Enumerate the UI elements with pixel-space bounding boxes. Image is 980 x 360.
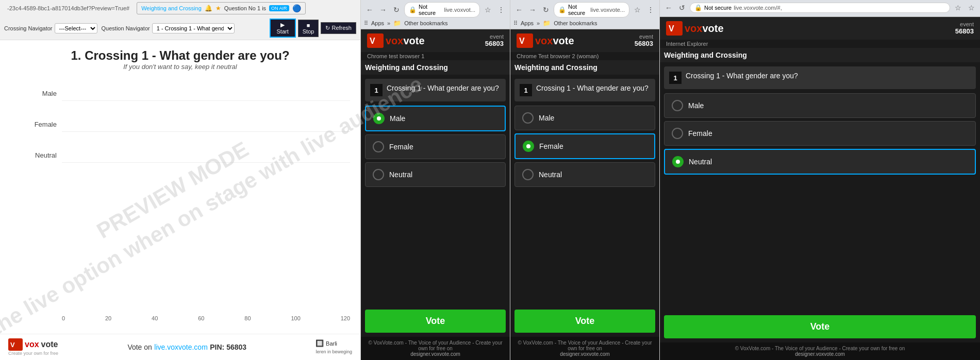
vv-q-number-3: 1 <box>669 72 682 84</box>
question-status: Weighting and Crossing 🔔 ★ Question No 1… <box>137 2 305 14</box>
chart-bar-male <box>62 85 350 101</box>
vv-event-1: event 56803 <box>485 33 504 47</box>
address-text-1: live.voxvot... <box>444 7 475 13</box>
question-title: 1. Crossing 1 - What gender are you? <box>10 48 350 63</box>
voxvote-app-2: V vox vote event 56803 Chrome Test brows… <box>510 29 659 360</box>
stop-button[interactable]: ■ Stop <box>298 20 319 37</box>
chart-row-neutral: Neutral <box>31 140 350 170</box>
vv-option-female-2[interactable]: Female <box>514 133 655 159</box>
vv-option-text-female-1: Female <box>389 143 413 151</box>
on-air-badge: ON AIR <box>269 5 289 11</box>
star-btn-2[interactable]: ☆ <box>632 4 643 15</box>
bookmarks-2: ⠿ Apps » 📁 Other bookmarks <box>513 20 656 27</box>
start-label: Start <box>277 28 289 35</box>
vv-option-text-male-3: Male <box>688 101 704 110</box>
vv-option-neutral-2[interactable]: Neutral <box>514 162 655 187</box>
vv-vox-2: vox <box>535 35 553 47</box>
vv-radio-male-1 <box>373 113 385 124</box>
vv-options-2: Male Female Neutral <box>510 106 659 305</box>
back-button-1[interactable]: ← <box>364 4 375 15</box>
star-btn-3b[interactable]: ☆ <box>966 2 977 13</box>
chart-area: PREVIEW MODEuse the live option when on … <box>0 73 360 334</box>
vv-radio-female-3 <box>672 128 683 139</box>
chart-label-neutral: Neutral <box>31 151 62 159</box>
vv-option-male-1[interactable]: Male <box>365 106 506 131</box>
vv-option-neutral-3[interactable]: Neutral <box>664 149 976 175</box>
vv-header-2: V vox vote event 56803 <box>510 29 659 52</box>
reload-button-1[interactable]: ↻ <box>391 4 402 15</box>
reload-button-2[interactable]: ↻ <box>540 4 552 15</box>
logo-brand: V vox vote <box>8 338 58 351</box>
vv-footer-2: © VoxVote.com - The Voice of your Audien… <box>510 337 659 360</box>
vv-radio-neutral-3 <box>672 156 684 167</box>
barlio-logo: 🔲 Barlileren in beweging <box>315 339 352 355</box>
vv-radio-female-1 <box>373 141 384 152</box>
apps-link-1[interactable]: Apps <box>371 20 384 26</box>
vv-option-female-1[interactable]: Female <box>365 134 506 159</box>
question-nav-select[interactable]: 1 - Crossing 1 - What gender are <box>152 23 235 33</box>
ie-chrome-3: ← ↺ 🔒 Not secure live.voxvote.com/#, ☆ ☆ <box>660 0 980 17</box>
vv-vote-btn-3[interactable]: Vote <box>664 315 976 338</box>
vv-option-male-2[interactable]: Male <box>514 106 655 130</box>
vv-header-1: V vox vote event 56803 <box>361 29 510 52</box>
vv-vote-btn-2[interactable]: Vote <box>514 310 655 333</box>
apps-link-2[interactable]: Apps <box>521 20 534 26</box>
nav-row-1: ← → ↻ 🔒 Not secure live.voxvot... ☆ ⋮ <box>364 2 507 18</box>
play-icon: ▶ <box>280 22 285 28</box>
star-icon: ★ <box>215 5 221 12</box>
forward-button-3[interactable]: ↺ <box>676 2 688 13</box>
stop-label: Stop <box>303 28 314 35</box>
chart-row-female: Female <box>31 109 350 140</box>
weighting-crossing-link[interactable]: Weighting and Crossing <box>141 5 202 11</box>
vote-on-text: Vote on <box>127 343 152 351</box>
ie-nav-row-3: ← ↺ 🔒 Not secure live.voxvote.com/#, ☆ ☆ <box>663 2 977 13</box>
bell-icon: 🔔 <box>205 5 212 12</box>
vv-brand-3: vox vote <box>685 23 724 35</box>
forward-button-2[interactable]: → <box>527 4 538 15</box>
vv-option-text-neutral-2: Neutral <box>539 170 562 179</box>
vv-browser-label-1: Chrome test browser 1 <box>361 52 510 60</box>
star-btn-3[interactable]: ☆ <box>952 2 964 13</box>
vv-footer-link-3[interactable]: designer.voxvote.com <box>795 351 845 357</box>
address-bar-3[interactable]: 🔒 Not secure live.voxvote.com/#, <box>690 3 950 13</box>
voxvote-icon: V <box>8 338 23 351</box>
vv-brand-1: vox vote <box>386 35 425 47</box>
vv-question-block-2: 1 Crossing 1 - What gender are you? <box>514 79 655 101</box>
svg-text:V: V <box>10 341 15 349</box>
refresh-button[interactable]: ↻ Refresh <box>321 22 356 34</box>
vv-footer-link-1[interactable]: designer.voxvote.com <box>410 351 460 357</box>
vv-footer-link-2[interactable]: designer.voxvote.com <box>560 351 610 357</box>
vv-footer-1: © VoxVote.com - The Voice of your Audien… <box>361 337 510 360</box>
forward-button-1[interactable]: → <box>377 4 389 15</box>
menu-btn-1[interactable]: ⋮ <box>495 4 507 15</box>
address-bar-2[interactable]: 🔒 Not secure live.voxvote... <box>554 2 629 18</box>
vv-radio-female-2 <box>523 141 534 152</box>
vv-q-number-2: 1 <box>520 84 532 96</box>
vv-option-text-male-1: Male <box>390 114 405 123</box>
vv-options-1: Male Female Neutral <box>361 106 510 305</box>
browser-panel-3: ← ↺ 🔒 Not secure live.voxvote.com/#, ☆ ☆… <box>660 0 980 360</box>
vv-vox-3: vox <box>685 23 702 35</box>
vv-vote-btn-1[interactable]: Vote <box>365 310 506 333</box>
vv-title-3: Weighting and Crossing <box>660 48 980 62</box>
vote-url[interactable]: live.voxvote.com <box>154 343 207 351</box>
vv-question-block-3: 1 Crossing 1 - What gender are you? <box>664 66 976 89</box>
address-bar-1[interactable]: 🔒 Not secure live.voxvot... <box>404 2 480 18</box>
chart-grid: Male Female Neutral <box>31 78 350 313</box>
svg-text:V: V <box>669 24 674 33</box>
crossing-nav-select[interactable]: ---Select--- <box>55 23 97 33</box>
vv-q-text-2: Crossing 1 - What gender are you? <box>536 84 649 92</box>
barlio-icon: 🔲 <box>315 339 324 347</box>
vv-option-neutral-1[interactable]: Neutral <box>365 162 506 187</box>
vv-option-text-female-2: Female <box>539 142 563 150</box>
back-button-3[interactable]: ← <box>663 2 674 13</box>
menu-btn-2[interactable]: ⋮ <box>645 4 656 15</box>
svg-text:V: V <box>370 37 375 45</box>
back-button-2[interactable]: ← <box>513 4 525 15</box>
start-button[interactable]: ▶ Start <box>270 19 296 38</box>
star-btn-1[interactable]: ☆ <box>482 4 493 15</box>
browser-panel-2: ← → ↻ 🔒 Not secure live.voxvote... ☆ ⋮ ⠿… <box>510 0 660 360</box>
vv-option-female-3[interactable]: Female <box>664 121 976 146</box>
not-secure-3: Not secure <box>704 5 732 11</box>
vv-option-male-3[interactable]: Male <box>664 93 976 118</box>
